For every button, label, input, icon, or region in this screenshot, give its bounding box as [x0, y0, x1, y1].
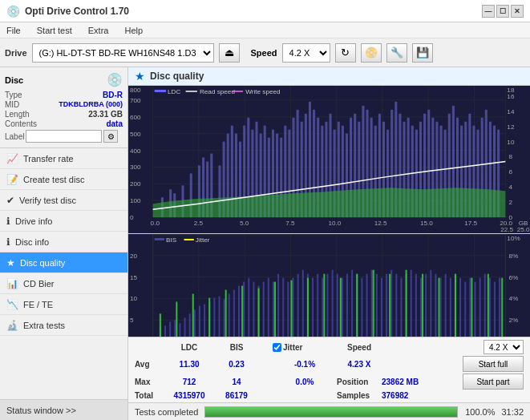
svg-text:6%: 6% — [508, 274, 518, 281]
svg-rect-231 — [340, 278, 342, 337]
sidebar-item-cd-bier[interactable]: 📊 CD Bier — [0, 273, 127, 294]
svg-rect-266 — [184, 239, 194, 240]
drive-select[interactable]: (G:) HL-DT-ST BD-RE WH16NS48 1.D3 — [32, 43, 214, 63]
svg-text:800: 800 — [130, 87, 141, 94]
svg-rect-202 — [415, 274, 417, 337]
save-button[interactable]: 💾 — [412, 43, 433, 63]
sidebar-item-label: Disc info — [15, 237, 49, 247]
speed-label: Speed — [251, 48, 277, 58]
sidebar-item-create-test[interactable]: 📝 Create test disc — [0, 169, 127, 190]
svg-rect-225 — [241, 286, 243, 337]
svg-text:12: 12 — [507, 123, 515, 131]
sidebar-item-label: Create test disc — [23, 175, 84, 184]
max-label: Max — [135, 378, 164, 386]
svg-rect-203 — [420, 278, 422, 337]
svg-rect-220 — [160, 313, 161, 337]
svg-rect-240 — [488, 274, 489, 337]
status-window-button[interactable]: Status window >> — [0, 399, 127, 420]
svg-text:0: 0 — [130, 214, 134, 221]
maximize-button[interactable]: ☐ — [496, 5, 509, 18]
svg-text:400: 400 — [130, 147, 141, 155]
svg-rect-211 — [459, 278, 461, 337]
start-full-button[interactable]: Start full — [463, 356, 524, 372]
eject-button[interactable]: ⏏ — [219, 43, 240, 63]
sidebar-item-label: Drive info — [15, 216, 52, 226]
disc-quality-icon: ★ — [6, 257, 15, 269]
drive-label: Drive — [5, 48, 27, 58]
sidebar-item-label: FE / TE — [23, 300, 53, 309]
max-bis: 14 — [215, 378, 258, 386]
svg-rect-192 — [366, 274, 368, 337]
svg-rect-185 — [332, 270, 334, 337]
svg-text:20: 20 — [130, 252, 138, 260]
svg-rect-209 — [450, 278, 451, 337]
sidebar-item-verify-test[interactable]: ✔ Verify test disc — [0, 190, 127, 211]
max-jitter: 0.0% — [273, 378, 337, 386]
progress-time: 31:32 — [501, 407, 524, 417]
svg-rect-161 — [213, 297, 215, 337]
svg-rect-201 — [411, 270, 412, 337]
sidebar-item-transfer-rate[interactable]: 📈 Transfer rate — [0, 148, 127, 169]
disc-label-button[interactable]: ⚙ — [103, 130, 118, 143]
svg-text:GB: GB — [519, 220, 528, 227]
disc-panel-icon: 💿 — [107, 72, 123, 87]
svg-rect-191 — [361, 278, 362, 337]
svg-text:2.5: 2.5 — [194, 220, 204, 227]
sidebar-item-fe-te[interactable]: 📉 FE / TE — [0, 294, 127, 315]
avg-label: Avg — [135, 360, 164, 369]
refresh-button[interactable]: ↻ — [335, 43, 356, 63]
disc-length-label: Length — [5, 110, 30, 119]
svg-rect-157 — [194, 309, 196, 337]
svg-rect-179 — [302, 270, 304, 337]
sidebar-item-drive-info[interactable]: ℹ Drive info — [0, 211, 127, 232]
disc-button[interactable]: 📀 — [361, 43, 382, 63]
svg-rect-222 — [192, 294, 194, 337]
jitter-checkbox[interactable] — [273, 343, 281, 352]
progress-bar-inner — [205, 407, 457, 417]
svg-text:600: 600 — [130, 114, 141, 121]
svg-text:5: 5 — [130, 317, 134, 324]
menu-file[interactable]: File — [3, 26, 24, 35]
menu-extra[interactable]: Extra — [85, 26, 112, 35]
avg-jitter: -0.1% — [273, 360, 337, 369]
window-controls: — ☐ ✕ — [482, 5, 524, 18]
svg-text:14: 14 — [507, 108, 515, 115]
bis-column-header: BIS — [215, 343, 258, 352]
extra-tests-icon: 🔬 — [6, 320, 18, 331]
svg-rect-175 — [282, 278, 284, 337]
jitter-label: Jitter — [283, 343, 302, 352]
svg-rect-212 — [464, 282, 466, 337]
status-window-label: Status window >> — [6, 406, 76, 415]
svg-rect-196 — [386, 274, 387, 337]
samples-value: 376982 — [382, 391, 408, 400]
disc-label-label: Label — [5, 132, 24, 141]
lower-chart-svg: 0 5 10 15 20 0% 2% 4% 6% 8% 10% 0.0 2.5 … — [128, 234, 530, 337]
close-button[interactable]: ✕ — [511, 5, 524, 18]
svg-text:300: 300 — [130, 164, 141, 172]
disc-info-icon: ℹ — [6, 236, 10, 248]
speed-dropdown[interactable]: 4.2 X — [483, 340, 524, 354]
svg-rect-193 — [371, 270, 373, 337]
svg-rect-172 — [268, 278, 269, 337]
disc-label-input[interactable] — [26, 130, 102, 143]
menu-start-test[interactable]: Start test — [34, 26, 75, 35]
svg-rect-218 — [494, 282, 496, 337]
svg-rect-199 — [400, 278, 402, 337]
svg-text:BIS: BIS — [166, 236, 176, 244]
avg-ldc: 11.30 — [164, 360, 215, 369]
settings-button[interactable]: 🔧 — [386, 43, 407, 63]
speed-select[interactable]: 4.2 X — [282, 43, 330, 63]
start-part-button[interactable]: Start part — [463, 374, 524, 390]
svg-rect-213 — [469, 278, 471, 337]
svg-text:4: 4 — [508, 184, 512, 191]
svg-text:8: 8 — [508, 154, 512, 161]
app-icon: 💿 — [6, 5, 20, 18]
sidebar-item-disc-quality[interactable]: ★ Disc quality — [0, 252, 127, 273]
menu-help[interactable]: Help — [121, 26, 146, 35]
sidebar-item-extra-tests[interactable]: 🔬 Extra tests — [0, 315, 127, 336]
sidebar-item-disc-info[interactable]: ℹ Disc info — [0, 232, 127, 252]
minimize-button[interactable]: — — [482, 5, 495, 18]
sidebar: Disc 💿 Type BD-R MID TDKBLDRBA (000) Len… — [0, 67, 128, 420]
svg-rect-216 — [484, 274, 486, 337]
svg-rect-165 — [233, 290, 235, 337]
